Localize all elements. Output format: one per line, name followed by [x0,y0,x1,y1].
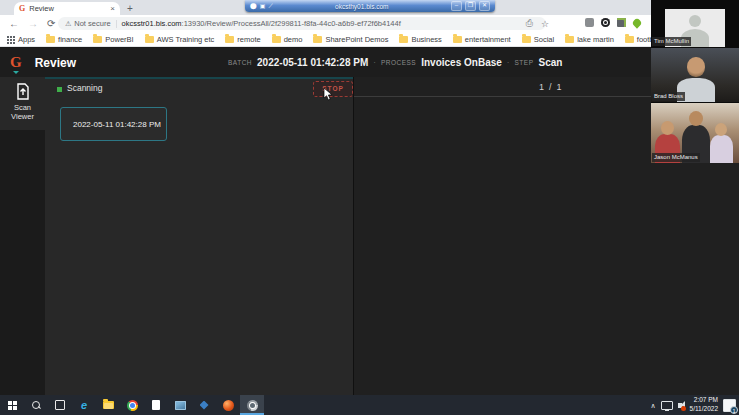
scan-document-icon [15,83,31,100]
orange-app-icon [223,400,234,411]
bookmark-star-icon[interactable]: ☆ [541,19,549,29]
display-tray-icon[interactable] [661,401,673,410]
not-secure-warning-icon: ⚠ [65,20,71,28]
scanning-status-icon [57,87,62,92]
taskbar-clock[interactable]: 2:07 PM 5/11/2022 [690,396,718,414]
folder-icon [93,36,102,43]
internet-explorer-button[interactable]: e [72,395,96,415]
action-center-icon[interactable]: 1 [723,399,736,412]
meta-separator: · [373,58,376,67]
internet-explorer-icon: e [81,400,87,411]
bookmark-item[interactable]: PowerBI [93,35,133,44]
bookmark-label: Business [411,35,441,44]
rdp-connection-bar[interactable]: ⬤ ▣ ⟋ okcsthy01.bis.com – ❐ ✕ [245,0,495,12]
rdp-close-button[interactable]: ✕ [479,1,490,11]
bookmark-label: SharePoint Demos [325,35,388,44]
page-indicator: 1 / 1 [539,82,562,92]
app-header: G Review BATCH 2022-05-11 01:42:28 PM · … [0,48,739,77]
extension-icon-3[interactable] [617,18,626,27]
page-total: 1 [557,82,562,92]
bookmark-item[interactable]: entertainment [453,35,511,44]
search-button[interactable] [24,395,48,415]
url-path: :13930/Review/ProcessAll/2f299811-f8fa-4… [182,19,401,28]
speaker-muted-icon[interactable] [678,403,682,408]
bookmark-item[interactable]: Social [522,35,554,44]
blue-app-button[interactable] [192,395,216,415]
active-app-button[interactable] [240,395,264,415]
bookmark-label: lake martin [577,35,614,44]
orange-app-button[interactable] [216,395,240,415]
browser-toolbar: ← → ⟳ ⚠ Not secure okcsstr01.bis.com:139… [0,15,739,33]
bookmark-item[interactable]: lake martin [565,35,614,44]
notification-badge: 1 [730,406,738,414]
batch-label: BATCH [228,59,252,66]
bookmark-item[interactable]: finance [46,35,82,44]
batch-meta: BATCH 2022-05-11 01:42:28 PM · PROCESS I… [228,57,562,68]
share-icon[interactable]: ⎙ [526,18,533,29]
file-explorer-button[interactable] [96,395,120,415]
bookmark-item[interactable]: demo [272,35,303,44]
notepad-button[interactable] [144,395,168,415]
tab-close-icon[interactable]: × [110,5,115,13]
folder-icon [145,36,154,43]
bookmark-label: Social [534,35,554,44]
rdp-restore-button[interactable]: ❐ [465,1,476,11]
video-call-panel: Tim McMullin Brad Bloss Jason McManus [651,0,739,163]
address-bar[interactable]: ⚠ Not secure okcsstr01.bis.com:13930/Rev… [58,17,546,30]
folder-icon [272,36,281,43]
rdp-lock-icon: ▣ [260,3,266,9]
tab-favicon-icon: G [19,4,25,13]
bookmark-apps[interactable]: Apps [7,35,35,44]
folder-icon [625,36,634,43]
video-placeholder [710,135,733,163]
sidebar-item-scan-viewer[interactable]: Scan Viewer [0,77,45,130]
bookmark-label: entertainment [465,35,511,44]
folder-icon [225,36,234,43]
rdp-minimize-button[interactable]: – [451,1,462,11]
tray-expand-icon[interactable]: ∧ [650,402,655,409]
task-view-icon [55,400,65,410]
bookmarks-bar: Apps finance PowerBI AWS Training etc re… [0,33,739,47]
back-icon[interactable]: ← [9,19,19,29]
bookmark-item[interactable]: AWS Training etc [145,35,215,44]
bookmark-item[interactable]: SharePoint Demos [313,35,388,44]
start-button[interactable] [0,395,24,415]
scanning-status-label: Scanning [67,83,102,93]
search-icon [32,401,40,409]
thumbnail-label: 2022-05-11 01:42:28 PM [73,120,161,129]
video-placeholder [687,57,705,77]
not-secure-label[interactable]: Not secure [74,19,110,28]
participant-tile[interactable]: Brad Bloss [651,48,739,102]
bookmark-label: Apps [18,35,35,44]
apps-grid-icon [7,36,15,44]
participant-tile[interactable]: Jason McManus [651,103,739,163]
bookmark-item[interactable]: Business [399,35,441,44]
reload-icon[interactable]: ⟳ [47,19,55,29]
step-value: Scan [538,57,562,68]
extension-icon-1[interactable] [585,18,594,27]
folder-icon [313,36,322,43]
new-tab-button[interactable]: + [127,3,133,14]
url-host: okcsstr01.bis.com [122,19,182,28]
photos-app-button[interactable] [168,395,192,415]
browser-tab-review[interactable]: G Review × [14,2,120,15]
batch-folder-thumbnail[interactable]: 2022-05-11 01:42:28 PM [60,107,167,141]
mouse-cursor [323,88,334,101]
scanning-panel: Scanning STOP 2022-05-11 01:42:28 PM [45,77,353,395]
participant-tile[interactable]: Tim McMullin [651,9,739,47]
extension-icon-2[interactable] [601,18,610,27]
folder-icon [565,36,574,43]
avatar-silhouette-icon [689,15,701,27]
url-text[interactable]: okcsstr01.bis.com:13930/Review/ProcessAl… [122,19,401,28]
task-view-button[interactable] [48,395,72,415]
bookmark-item[interactable]: remote [225,35,260,44]
folder-icon [399,36,408,43]
bookmark-label: AWS Training etc [157,35,215,44]
forward-icon[interactable]: → [28,19,38,29]
extension-pin-icon[interactable] [631,17,642,28]
rdp-pin-icon[interactable]: ⬤ [250,3,257,9]
clock-date: 5/11/2022 [690,405,718,414]
sidebar-item-label: Scan Viewer [7,103,39,122]
bookmark-label: remote [237,35,260,44]
chrome-button[interactable] [120,395,144,415]
